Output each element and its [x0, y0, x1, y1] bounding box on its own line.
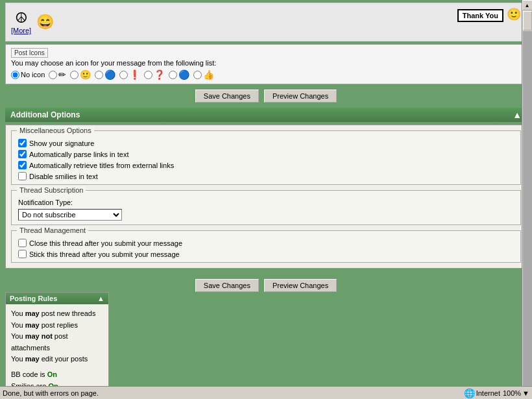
- posting-rules-section: Posting Rules ▲ You may post new threads…: [5, 292, 109, 399]
- icon-info: ❓: [144, 69, 165, 80]
- additional-options-header: Additional Options ▲: [5, 108, 527, 122]
- misc-options-group: Miscellaneous Options Show your signatur…: [11, 130, 521, 185]
- page-wrapper: ☮ [More] 😄 Thank You 🙂 Post Icons You ma…: [0, 0, 532, 399]
- thread-management-group: Thread Management Close this thread afte…: [11, 230, 521, 263]
- preview-changes-button-top[interactable]: Preview Changes: [264, 90, 337, 103]
- notification-label: Notification Type:: [18, 199, 514, 206]
- thread-subscription-group: Thread Subscription Notification Type: D…: [11, 190, 521, 225]
- additional-options-title: Additional Options: [10, 110, 80, 119]
- peace-smiley-container: ☮ [More]: [11, 10, 31, 34]
- notification-select[interactable]: Do not subscribe Instant email notificat…: [18, 209, 122, 221]
- label-disable-smilies: Disable smilies in text: [29, 173, 98, 180]
- scrollbar-right: ▲ ▼: [522, 0, 532, 399]
- label-signature: Show your signature: [29, 139, 94, 147]
- radio-pencil[interactable]: [49, 71, 57, 79]
- smiley-blue-icon: 🔵: [178, 69, 189, 80]
- rule-3-bold: may: [25, 355, 40, 363]
- pencil-icon: ✏: [58, 69, 66, 80]
- smilies-area: ☮ [More] 😄 Thank You 🙂: [5, 3, 527, 42]
- rule-3: You may edit your posts: [11, 354, 103, 365]
- thread-sub-body: Notification Type: Do not subscribe Inst…: [18, 199, 514, 221]
- icon-exclamation: ❗: [119, 69, 140, 80]
- zoom-dropdown-icon[interactable]: ▼: [522, 389, 529, 397]
- post-icons-legend: Post Icons: [11, 49, 521, 56]
- misc-option-2: Automatically retrieve titles from exter…: [18, 161, 514, 169]
- thread-mgmt-option-1: Stick this thread after you submit your …: [18, 250, 514, 258]
- smiley-green-icon: 🙂: [80, 69, 91, 80]
- label-retrieve-titles: Automatically retrieve titles from exter…: [29, 162, 174, 169]
- checkbox-signature[interactable]: [18, 139, 27, 147]
- star-smiley-container: 😄: [36, 14, 54, 30]
- radio-smiley-green[interactable]: [70, 71, 79, 79]
- misc-option-3: Disable smilies in text: [18, 172, 514, 180]
- checkbox-disable-smilies[interactable]: [18, 172, 27, 180]
- thread-sub-legend: Thread Subscription: [17, 186, 86, 194]
- preview-changes-button-bottom[interactable]: Preview Changes: [264, 279, 337, 292]
- status-right: 🌐 Internet 100% ▼: [464, 388, 529, 398]
- checkbox-close-thread[interactable]: [18, 239, 27, 247]
- buttons-row-top: Save Changes Preview Changes: [0, 84, 532, 108]
- misc-options-legend: Miscellaneous Options: [17, 127, 94, 134]
- rule-2-bold: may not: [25, 332, 53, 340]
- icon-smiley-question: 🔵: [95, 69, 115, 80]
- post-icons-row: No icon ✏ 🙂 🔵 ❗: [11, 69, 521, 80]
- question-icon: 🔵: [104, 69, 115, 80]
- radio-info[interactable]: [144, 71, 152, 79]
- icon-no-icon: No icon: [11, 71, 45, 79]
- save-changes-button-top[interactable]: Save Changes: [195, 90, 259, 103]
- peace-smiley-icon: ☮: [11, 10, 31, 27]
- misc-options-list: Show your signature Automatically parse …: [18, 139, 514, 180]
- icon-smiley-blue: 🔵: [169, 69, 189, 80]
- zoom-section: 100% ▼: [503, 389, 529, 397]
- label-parse-links: Automatically parse links in text: [29, 151, 128, 158]
- radio-thumbsup[interactable]: [193, 71, 202, 79]
- thank-you-badge: Thank You: [457, 9, 503, 22]
- checkbox-stick-thread[interactable]: [18, 250, 27, 258]
- internet-label: Internet: [476, 389, 500, 397]
- icon-smiley-green: 🙂: [70, 69, 91, 80]
- additional-options-collapse[interactable]: ▲: [513, 110, 522, 119]
- thank-you-area: Thank You 🙂: [457, 7, 521, 22]
- status-icons: 🌐 Internet: [464, 388, 500, 398]
- thank-smiley-icon: 🙂: [507, 8, 521, 21]
- more-link[interactable]: [More]: [11, 27, 31, 34]
- misc-option-1: Automatically parse links in text: [18, 150, 514, 158]
- scroll-thumb[interactable]: [523, 11, 532, 30]
- post-icons-section: Post Icons You may choose an icon for yo…: [5, 44, 527, 84]
- post-icons-description: You may choose an icon for your message …: [11, 59, 521, 67]
- radio-exclamation[interactable]: [119, 71, 128, 79]
- checkbox-retrieve-titles[interactable]: [18, 161, 27, 169]
- rule-1-bold: may: [25, 321, 40, 329]
- additional-options-body: Miscellaneous Options Show your signatur…: [5, 125, 527, 269]
- radio-no-icon[interactable]: [11, 71, 19, 79]
- posting-rules-title: Posting Rules: [10, 295, 57, 302]
- thread-mgmt-body: Close this thread after you submit your …: [18, 239, 514, 258]
- save-changes-button-bottom[interactable]: Save Changes: [195, 279, 259, 292]
- rule-1: You may post replies: [11, 320, 103, 332]
- misc-option-0: Show your signature: [18, 139, 514, 147]
- scroll-up-button[interactable]: ▲: [522, 0, 533, 10]
- exclamation-icon: ❗: [129, 69, 140, 80]
- radio-question[interactable]: [95, 71, 103, 79]
- status-text: Done, but with errors on page.: [3, 389, 99, 397]
- bb-code-value: On: [47, 370, 57, 378]
- post-icons-desc-text: You may choose an icon for your message …: [11, 59, 216, 67]
- posting-rules-body: You may post new threads You may post re…: [6, 304, 108, 399]
- icon-thumbsup: 👍: [193, 69, 214, 80]
- icon-pencil-item: ✏: [49, 69, 66, 80]
- label-stick-thread: Stick this thread after you submit your …: [29, 250, 180, 258]
- no-icon-label: No icon: [21, 71, 45, 79]
- rule-2: You may not post attachments: [11, 331, 103, 354]
- thread-mgmt-legend: Thread Management: [17, 226, 88, 234]
- globe-icon: 🌐: [464, 388, 475, 398]
- code-bb: BB code is On: [11, 369, 103, 381]
- radio-smiley-blue[interactable]: [169, 71, 177, 79]
- posting-rules-collapse[interactable]: ▲: [97, 295, 104, 302]
- zoom-label: 100%: [503, 389, 521, 397]
- rule-0-bold: may: [25, 309, 40, 317]
- label-close-thread: Close this thread after you submit your …: [29, 239, 182, 247]
- scroll-track: [523, 31, 532, 389]
- additional-options-section: Additional Options ▲ Miscellaneous Optio…: [5, 108, 527, 269]
- thumbsup-icon: 👍: [203, 69, 214, 80]
- checkbox-parse-links[interactable]: [18, 150, 27, 158]
